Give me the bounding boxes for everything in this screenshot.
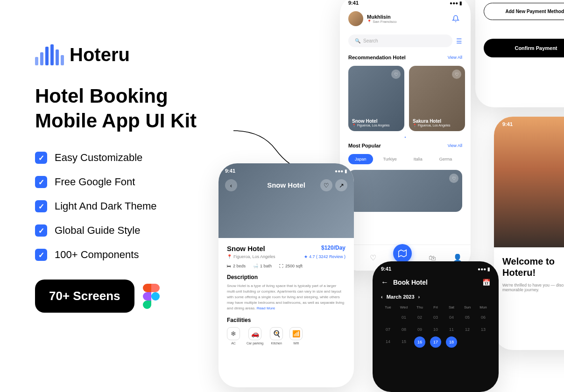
status-icons: ●●● ▮ [450, 0, 462, 6]
date-cell[interactable]: 10 [429, 324, 443, 335]
filter-icon[interactable]: ☰ [456, 37, 462, 45]
date-cell[interactable]: 14 [381, 336, 395, 348]
feature-text: Easy Customizable [55, 152, 142, 164]
date-cell[interactable]: 02 [413, 312, 427, 322]
price: $120/Day [321, 245, 345, 251]
tab-germany[interactable]: Germa [433, 154, 459, 164]
date-cell[interactable]: 01 [397, 312, 411, 322]
status-time: 9:41 [348, 0, 359, 6]
facilities-row: ❄AC 🚗Car parking 🍳Kitchen 📶Wifi [227, 327, 345, 345]
svg-marker-0 [399, 250, 407, 257]
welcome-title: Welcome toHoteru! [502, 256, 564, 278]
date-cell[interactable]: 13 [476, 324, 490, 335]
avatar[interactable] [348, 11, 363, 26]
feature-item: ✓ Light And Dark Theme [35, 200, 245, 212]
headline-line2: Mobile App UI Kit [35, 110, 197, 132]
beds-amenity: 🛏 2 beds [227, 264, 246, 268]
wifi-icon: 📶 [289, 327, 303, 340]
sqft-amenity: ⛶ 2500 sqft [279, 264, 303, 268]
page-title: Book Hotel [393, 279, 428, 286]
hotel-location: 📍 Figueroa, Los Angeles [227, 254, 275, 259]
marketing-panel: Hoteru Hotel Booking Mobile App UI Kit ✓… [35, 44, 245, 313]
calendar-icon[interactable]: 📅 [482, 279, 490, 286]
date-cell-selected[interactable]: 18 [446, 336, 457, 348]
date-cell[interactable]: 05 [460, 312, 474, 322]
section-title: Most Popular [348, 143, 381, 148]
view-all-link[interactable]: View All [448, 55, 462, 60]
date-cell[interactable]: 04 [444, 312, 458, 322]
date-cell-selected[interactable]: 16 [414, 336, 425, 348]
kitchen-icon: 🍳 [270, 327, 283, 340]
chevron-right-icon[interactable]: › [418, 294, 420, 300]
check-icon: ✓ [35, 152, 47, 164]
feature-text: Free Google Font [55, 176, 135, 188]
user-info[interactable]: Mukhlisin 📍 San Francisco [348, 11, 396, 26]
favorite-icon[interactable]: ♡ [391, 70, 401, 79]
nav-map-fab[interactable] [393, 244, 412, 263]
chevron-left-icon[interactable]: ‹ [381, 294, 383, 300]
facility-item: ❄AC [227, 327, 240, 345]
tab-japan[interactable]: Japan [348, 154, 373, 164]
feature-text: Global Guide Style [55, 224, 140, 237]
facility-item: 🍳Kitchen [270, 327, 283, 345]
headline: Hotel Booking Mobile App UI Kit [35, 84, 245, 133]
favorite-icon[interactable]: ♡ [452, 70, 461, 79]
hotel-rating: ★ 4.7 ( 3242 Review ) [304, 254, 345, 259]
country-tabs: Japan Turkiye Italia Germa [340, 151, 471, 167]
parking-icon: 🚗 [248, 327, 261, 340]
read-more-link[interactable]: Read More [257, 306, 275, 310]
hotel-card[interactable]: ♡ Snow Hotel 📍 Figueroa, Los Angeles [348, 66, 404, 131]
date-cell[interactable]: 03 [429, 312, 443, 322]
check-icon: ✓ [35, 200, 47, 212]
user-name: Mukhlisin [367, 14, 396, 20]
month-label: March 2023 [387, 294, 415, 300]
check-icon: ✓ [35, 224, 47, 237]
status-bar: 9:41 ●●● ▮ [373, 261, 499, 273]
favorite-icon[interactable]: ♡ [449, 174, 458, 183]
share-icon[interactable]: ↗ [335, 179, 347, 191]
date-cell[interactable]: 07 [381, 324, 395, 335]
facilities-title: Facilities [227, 317, 345, 323]
search-icon: 🔍 [355, 38, 360, 43]
back-icon[interactable]: ← [381, 278, 388, 287]
phone-home-screen: 9:41 ●●● ▮ Mukhlisin 📍 San Francisco 🔍 S… [340, 0, 471, 271]
nav-favorites-icon[interactable]: ♡ [370, 253, 376, 262]
tab-turkiye[interactable]: Turkiye [377, 154, 403, 164]
facility-item: 🚗Car parking [247, 327, 263, 345]
carousel-dots[interactable]: • [340, 134, 471, 140]
notification-icon[interactable] [449, 12, 462, 25]
ac-icon: ❄ [227, 327, 240, 340]
date-cell[interactable]: 08 [397, 324, 411, 335]
date-cell-selected[interactable]: 17 [430, 336, 441, 348]
hotel-name: Snow Hotel [227, 245, 265, 252]
feature-text: Light And Dark Theme [55, 200, 157, 212]
popular-hotel-card[interactable]: ♡ [348, 170, 462, 212]
tab-italia[interactable]: Italia [407, 154, 429, 164]
badge-row: 70+ Screens [35, 280, 245, 313]
card-location: 📍 Figueroa, Los Angeles [352, 124, 401, 127]
nav-bookings-icon[interactable]: 🛍 [429, 254, 436, 262]
card-title: Sakura Hotel [413, 119, 461, 124]
favorite-icon[interactable]: ♡ [320, 179, 332, 191]
hotel-card[interactable]: ♡ Sakura Hotel 📍 Figueroa, Los Angeles [409, 66, 465, 131]
date-cell[interactable]: 06 [476, 312, 490, 322]
date-cell[interactable]: 09 [413, 324, 427, 335]
section-title: Recommendation Hotel [348, 55, 406, 60]
date-cell[interactable]: 11 [444, 324, 458, 335]
brand-name: Hoteru [70, 44, 130, 65]
month-selector[interactable]: ‹ March 2023 › [373, 291, 499, 302]
date-cell[interactable]: 12 [460, 324, 474, 335]
back-icon[interactable]: ‹ [225, 179, 237, 191]
welcome-hero-image: 9:41 ●●● ▮ [494, 117, 564, 247]
recommendation-cards[interactable]: ♡ Snow Hotel 📍 Figueroa, Los Angeles ♡ S… [340, 63, 471, 134]
feature-item: ✓ Free Google Font [35, 176, 245, 188]
search-input[interactable]: 🔍 Search [348, 35, 452, 47]
phone-detail-screen: 9:41 ●●● ▮ ‹ ♡ ↗ Snow Hotel Snow Hotel $… [219, 163, 354, 387]
user-location: 📍 San Francisco [367, 20, 396, 24]
view-all-link[interactable]: View All [448, 143, 462, 148]
add-payment-button[interactable]: Add New Payment Methods [484, 3, 564, 20]
date-cell[interactable]: 15 [397, 336, 411, 348]
brand-logo: Hoteru [35, 44, 245, 65]
confirm-payment-button[interactable]: Confirm Payment [484, 39, 564, 57]
check-icon: ✓ [35, 249, 47, 261]
